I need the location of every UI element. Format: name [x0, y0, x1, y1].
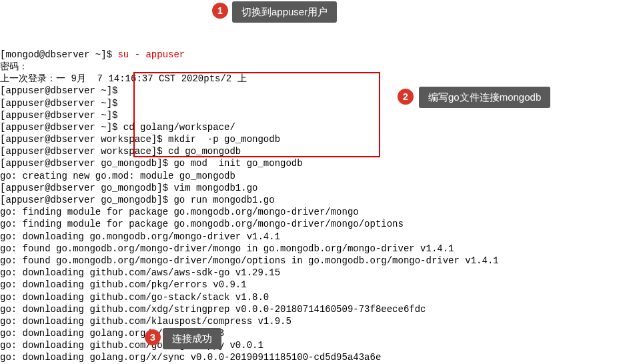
terminal-line: go: downloading github.com/xdg/stringpre…: [0, 303, 629, 315]
terminal-line: go: downloading golang.org/x/text v0.3.3: [0, 327, 629, 339]
terminal-line: [appuser@dbserver go_mongodb]$ vim mongo…: [0, 182, 629, 194]
terminal-line: go: downloading github.com/klauspost/com…: [0, 315, 629, 327]
terminal-line: go: downloading github.com/aws/aws-sdk-g…: [0, 267, 629, 279]
terminal-line: 上一次登录：一 9月 7 14:16:37 CST 2020pts/2 上: [0, 73, 629, 85]
terminal-line: go: downloading go.mongodb.org/mongo-dri…: [0, 231, 629, 243]
badge-3: 3: [145, 329, 161, 345]
callout-3: 连接成功: [163, 328, 221, 349]
callout-1: 切换到appuser用户: [232, 1, 337, 23]
terminal-line: go: downloading golang.org/x/sync v0.0.0…: [0, 351, 629, 363]
terminal-line: [appuser@dbserver ~]$ cd golang/workspac…: [0, 121, 629, 133]
badge-2: 2: [398, 89, 414, 105]
terminal-line: go: downloading github.com/go-stack/stac…: [0, 291, 629, 303]
callout-2: 编写go文件连接mongodb: [419, 87, 550, 108]
terminal-line: go: finding module for package go.mongod…: [0, 218, 629, 230]
terminal-line: go: found go.mongodb.org/mongo-driver/mo…: [0, 243, 629, 255]
terminal-line: [appuser@dbserver ~]$: [0, 109, 629, 121]
terminal-line: go: downloading github.com/golang/snappy…: [0, 339, 629, 351]
terminal-line: [appuser@dbserver workspace]$ cd go_mong…: [0, 145, 629, 157]
terminal-line: go: creating new go.mod: module go_mongo…: [0, 170, 629, 182]
terminal-line: [appuser@dbserver go_mongodb]$ go mod in…: [0, 157, 629, 169]
terminal-line: go: downloading github.com/pkg/errors v0…: [0, 279, 629, 291]
terminal-line: go: finding module for package go.mongod…: [0, 206, 629, 218]
terminal-line: 密码：: [0, 61, 629, 73]
terminal-line: go: found go.mongodb.org/mongo-driver/mo…: [0, 255, 629, 267]
badge-1: 1: [212, 3, 228, 19]
terminal-line: [mongod@dbserver ~]$ su - appuser: [0, 49, 629, 61]
terminal-line: [appuser@dbserver go_mongodb]$ go run mo…: [0, 194, 629, 206]
terminal-line: [appuser@dbserver workspace]$ mkdir -p g…: [0, 133, 629, 145]
